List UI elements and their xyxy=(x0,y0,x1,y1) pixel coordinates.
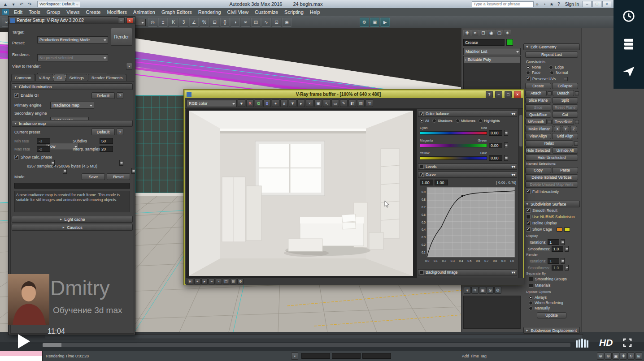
spinner-snap-icon[interactable]: ⊟ xyxy=(210,17,219,27)
constraint-face-radio[interactable] xyxy=(526,71,530,75)
repeat-last-button[interactable]: Repeat Last xyxy=(525,52,578,58)
hierarchy-tab-icon[interactable]: ⊟ xyxy=(479,30,487,36)
history-remove-icon[interactable]: − xyxy=(209,279,215,284)
configure-modifier-sets-icon[interactable]: ⚙ xyxy=(494,287,501,294)
search-go-icon[interactable]: » xyxy=(534,0,541,8)
workspace-selector[interactable]: Workspace: Default xyxy=(37,1,80,7)
mirror-icon[interactable]: ◑ xyxy=(231,17,240,27)
duplicate-buffer-icon[interactable]: ▣ xyxy=(314,99,322,107)
msmooth-settings-button[interactable] xyxy=(548,120,552,124)
collapse-chevrons-icon[interactable]: ▾▾ xyxy=(511,112,515,116)
render-smoothness-field[interactable]: 1.0 xyxy=(552,265,563,271)
region-render-icon[interactable]: ▭ xyxy=(331,99,339,107)
preserve-uvs-checkbox[interactable] xyxy=(526,77,531,81)
menu-customize[interactable]: Customize xyxy=(252,8,281,16)
percent-snap-icon[interactable]: % xyxy=(200,17,209,27)
close-button[interactable]: × xyxy=(602,1,611,7)
stereo-icon[interactable]: ◫ xyxy=(366,99,373,107)
vfb-help-button[interactable]: ? xyxy=(486,91,493,98)
show-cage-checkbox[interactable] xyxy=(526,227,531,232)
preserve-uvs-settings-button[interactable] xyxy=(564,77,568,81)
cut-button[interactable]: Cut xyxy=(552,112,578,118)
enable-gi-checkbox[interactable] xyxy=(14,93,19,98)
z-coordinate-field[interactable] xyxy=(362,353,391,359)
community-icon[interactable]: ◔ xyxy=(541,0,548,8)
motion-tab-icon[interactable]: ◉ xyxy=(487,30,495,36)
split-button[interactable]: Split xyxy=(552,97,578,103)
reset-plane-button[interactable]: Reset Plane xyxy=(552,104,578,111)
angle-snap-icon[interactable]: ∠ xyxy=(189,17,199,27)
make-planar-button[interactable]: Make Planar xyxy=(525,126,553,132)
vfb-titlebar[interactable]: V-Ray frame buffer - [100% of 640 x 480]… xyxy=(185,90,523,98)
display-iterations-spinner[interactable] xyxy=(561,239,565,245)
collections-button[interactable] xyxy=(619,34,639,54)
use-nurms-checkbox[interactable] xyxy=(526,215,531,219)
collapse-chevrons-icon[interactable]: ▾▾ xyxy=(511,164,515,169)
slice-button[interactable]: Slice xyxy=(525,104,551,111)
tab-gi[interactable]: GI xyxy=(54,74,65,81)
create-button[interactable]: Create xyxy=(525,83,551,89)
fullscreen-button[interactable] xyxy=(622,338,632,348)
undo-icon[interactable]: ↶ xyxy=(17,0,26,8)
zoom-icon[interactable]: ⊕ xyxy=(597,352,604,360)
hide-unselected-button[interactable]: Hide Unselected xyxy=(525,155,578,161)
max-rate-spinner[interactable] xyxy=(63,168,67,174)
menu-views[interactable]: Views xyxy=(63,8,83,16)
slice-plane-button[interactable]: Slice Plane xyxy=(525,97,551,103)
paste-button[interactable]: Paste xyxy=(552,167,578,173)
delete-unused-map-verts-button[interactable]: Delete Unused Map Verts xyxy=(525,181,578,188)
gi-help-button[interactable]: ? xyxy=(117,92,123,99)
show-corrections-panel-icon[interactable]: ▥ xyxy=(357,99,365,107)
progress-bar[interactable] xyxy=(43,343,570,347)
vfb-canvas[interactable] xyxy=(186,109,417,278)
mode-highlights-radio[interactable]: Highlights xyxy=(479,119,500,123)
max-logo-icon[interactable]: M xyxy=(2,9,9,15)
relax-settings-button[interactable] xyxy=(574,142,578,146)
quickslice-button[interactable]: QuickSlice xyxy=(525,112,551,118)
background-image-checkbox[interactable] xyxy=(420,271,424,275)
menu-civil-view[interactable]: Civil View xyxy=(224,8,252,16)
remove-modifier-icon[interactable]: ⊗ xyxy=(487,287,494,294)
collapse-chevrons-icon[interactable]: ▾▾ xyxy=(511,172,515,177)
tessellate-button[interactable]: Tessellate xyxy=(553,119,574,125)
minimize-button[interactable]: – xyxy=(583,1,592,7)
max-app-icon[interactable]: ▲ xyxy=(1,0,9,8)
isoline-display-checkbox[interactable] xyxy=(526,221,531,225)
modifier-list-combo[interactable]: Modifier List xyxy=(463,48,521,55)
target-combo[interactable]: Production Rendering Mode xyxy=(37,36,108,43)
help-icon[interactable]: ? xyxy=(555,0,562,8)
play-button[interactable] xyxy=(18,334,30,348)
use-pivot-center-icon[interactable]: ◎ xyxy=(148,17,157,27)
irmap-file-field[interactable] xyxy=(14,183,130,189)
edit-geometry-rollout[interactable]: ▼Edit Geometry xyxy=(523,43,580,50)
share-button[interactable] xyxy=(619,62,639,82)
levels-checkbox[interactable] xyxy=(420,165,424,169)
volume-icon[interactable] xyxy=(576,339,588,348)
channel-combo[interactable]: RGB color xyxy=(187,100,237,107)
save-image-icon[interactable]: ▼ xyxy=(289,99,296,107)
planar-x-button[interactable]: X xyxy=(554,126,561,132)
zoom-all-icon[interactable]: ⊛ xyxy=(605,352,612,360)
compare-vertical-icon[interactable]: ⊟ xyxy=(230,279,236,284)
curve-y-value-field[interactable]: 1.00 xyxy=(435,180,448,185)
menu-edit[interactable]: Edit xyxy=(11,8,26,16)
layer-explorer-icon[interactable]: ▤ xyxy=(251,17,261,27)
make-unique-icon[interactable]: ▣ xyxy=(479,287,486,294)
subdivision-surface-rollout[interactable]: ▼Subdivision Surface xyxy=(523,201,580,207)
stack-item-editable-poly[interactable]: ▪ Editable Poly xyxy=(464,56,520,63)
zoom-extents-icon[interactable]: ▣ xyxy=(612,352,619,360)
min-rate-field[interactable]: -3 xyxy=(37,138,50,144)
pin-stack-icon[interactable]: ∗ xyxy=(464,287,471,294)
add-time-tag-text[interactable]: Add Time Tag xyxy=(462,354,487,358)
unhide-all-button[interactable]: Unhide All xyxy=(552,147,578,154)
grid-align-button[interactable]: Grid Align xyxy=(552,133,578,139)
interp-samples-field[interactable]: 20 xyxy=(100,146,113,152)
lock-viewport-button[interactable]: ▪ xyxy=(126,63,132,70)
menu-animation[interactable]: Animation xyxy=(130,8,158,16)
show-end-result-icon[interactable]: ≋ xyxy=(471,287,479,294)
display-smoothness-spinner[interactable] xyxy=(565,246,569,252)
maximize-viewport-icon[interactable]: ⊞ xyxy=(635,352,642,360)
detach-button[interactable]: Detach xyxy=(553,90,574,96)
attach-button[interactable]: Attach xyxy=(525,90,547,96)
color-balance-checkbox[interactable] xyxy=(420,112,424,116)
